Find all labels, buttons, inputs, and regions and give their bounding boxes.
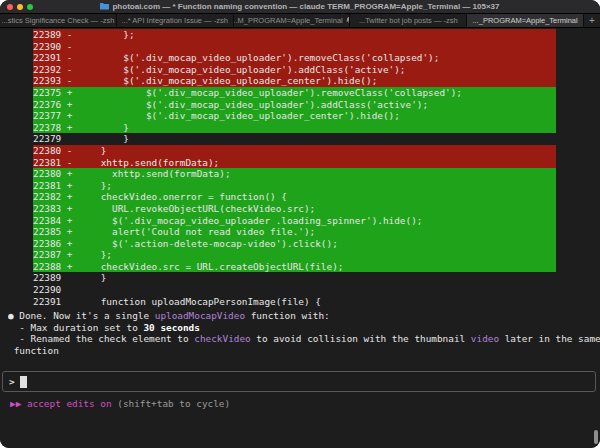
tab-label: ...Twitter bot job posts — -zsh xyxy=(359,16,458,25)
status-segment: ▶▶ accept edits on xyxy=(10,398,112,409)
tab-bar: ...stics Significance Check — -zsh...* A… xyxy=(0,14,600,28)
status-segment: (shift+tab to cycle) xyxy=(112,398,231,409)
assistant-message: ● Done. Now it's a single uploadMocapVid… xyxy=(0,310,600,356)
diff-row: 22383 + URL.revokeObjectURL(checkVideo.s… xyxy=(33,203,556,215)
diff-row: 22375 + $('.div_mocap_video_uploader').r… xyxy=(33,87,556,99)
tab-1[interactable]: ...stics Significance Check — -zsh xyxy=(0,14,117,27)
diff-row: 22389 - }; xyxy=(33,29,556,41)
assistant-message-line: - Renamed the check element to checkVide… xyxy=(8,333,600,345)
diff-row: 22390 - xyxy=(33,41,556,53)
message-segment: function xyxy=(8,345,59,356)
tab-2[interactable]: ...* API Integration Issue — -zsh xyxy=(117,14,234,27)
tab-3[interactable]: ...M_PROGRAM=Apple_Terminal xyxy=(234,14,351,27)
tab-label: ...* API Integration Issue — -zsh xyxy=(122,16,228,25)
diff-output: 22389 - }; 22390 - 22391 - xyxy=(0,28,600,307)
diff-row: 22388 + checkVideo.src = URL.createObjec… xyxy=(33,261,556,273)
message-segment: to avoid collision with the thumbnail xyxy=(251,333,471,344)
folder-icon xyxy=(100,2,109,10)
prompt-symbol: > xyxy=(9,376,15,387)
diff-row: 22381 + }; xyxy=(33,180,556,192)
diff-row: 22376 + $('.div_mocap_video_uploader').a… xyxy=(33,99,556,111)
message-segment: video xyxy=(471,333,499,344)
tab-label: ...stics Significance Check — -zsh xyxy=(1,16,114,25)
tab-5[interactable]: ..._PROGRAM=Apple_Terminal xyxy=(467,14,584,27)
diff-row: 22380 - } xyxy=(33,145,556,157)
message-segment: ● Done. Now it's a single xyxy=(8,310,155,321)
scrollbar-thumb[interactable] xyxy=(594,430,598,444)
diff-row: 22381 - xhttp.send(formData); xyxy=(33,157,556,169)
diff-row: 22391 function uploadMocapPersonImage(fi… xyxy=(33,296,556,308)
diff-row: 22391 - $('.div_mocap_video_uploader').r… xyxy=(33,52,556,64)
diff-row: 22384 + $('.div_mocap_video_uploader .lo… xyxy=(33,215,556,227)
window-title-text: photoai.com — * Function naming conventi… xyxy=(112,2,499,11)
diff-row: 22380 + xhttp.send(formData); xyxy=(33,168,556,180)
diff-row: 22385 + alert('Could not read video file… xyxy=(33,226,556,238)
diff-row: 22390 xyxy=(33,284,556,296)
message-segment: - Max duration set to xyxy=(8,322,143,333)
window-title: photoai.com — * Function naming conventi… xyxy=(0,2,600,11)
tab-label: ..._PROGRAM=Apple_Terminal xyxy=(472,16,577,25)
message-segment: later in the same xyxy=(499,333,600,344)
message-segment: checkVideo xyxy=(194,333,250,344)
diff-row: 22393 - $('.div_mocap_video_uploader_cen… xyxy=(33,75,556,87)
tabs-container: ...stics Significance Check — -zsh...* A… xyxy=(0,14,584,27)
diff-row: 22382 + checkVideo.onerror = function() … xyxy=(33,191,556,203)
diff-row: 22386 + $('.action-delete-mocap-video').… xyxy=(33,238,556,250)
text-cursor xyxy=(20,376,27,388)
assistant-message-line: function xyxy=(8,345,600,357)
assistant-message-line: ● Done. Now it's a single uploadMocapVid… xyxy=(8,310,600,322)
assistant-message-line: - Max duration set to 30 seconds xyxy=(8,322,600,334)
title-bar[interactable]: photoai.com — * Function naming conventi… xyxy=(0,0,600,14)
diff-row: 22378 + } xyxy=(33,122,556,134)
tab-label: ...M_PROGRAM=Apple_Terminal xyxy=(234,16,343,25)
diff-row: 22379 } xyxy=(33,133,556,145)
message-segment: 30 seconds xyxy=(143,322,199,333)
tab-4[interactable]: ...Twitter bot job posts — -zsh xyxy=(350,14,467,27)
message-segment: - Renamed the check element to xyxy=(8,333,194,344)
message-segment: uploadMocapVideo xyxy=(155,310,245,321)
diff-row: 22387 + }; xyxy=(33,249,556,261)
diff-row: 22377 + $('.div_mocap_video_uploader_cen… xyxy=(33,110,556,122)
status-bar: ▶▶ accept edits on (shift+tab to cycle) xyxy=(10,398,230,409)
diff-row: 22389 } xyxy=(33,272,556,284)
new-tab-button[interactable]: + xyxy=(584,14,600,27)
message-segment: function with: xyxy=(245,310,330,321)
diff-row: 22392 - $('.div_mocap_video_uploader').a… xyxy=(33,64,556,76)
terminal-window: photoai.com — * Function naming conventi… xyxy=(0,0,600,448)
prompt-input[interactable]: > xyxy=(2,371,596,392)
